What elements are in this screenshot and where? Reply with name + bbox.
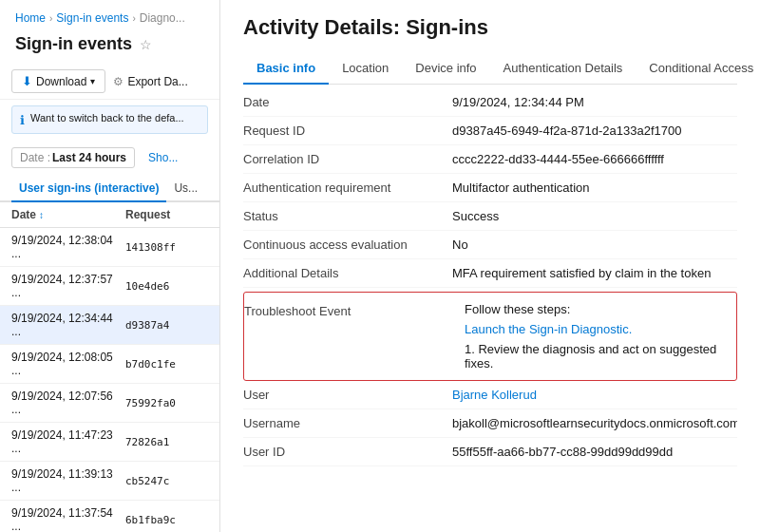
- detail-label: Additional Details: [243, 266, 452, 280]
- panel-title: Activity Details: Sign-ins: [243, 15, 737, 40]
- breadcrumb-current: Diagno...: [140, 11, 185, 25]
- cell-date: 9/19/2024, 12:37:57 ...: [11, 273, 125, 299]
- detail-row: Request IDd9387a45-6949-4f2a-871d-2a133a…: [243, 117, 737, 145]
- table-row[interactable]: 9/19/2024, 11:47:23 ...72826a1: [0, 423, 219, 462]
- export-button[interactable]: ⚙ Export Da...: [113, 75, 187, 88]
- breadcrumb-sep1: ›: [49, 13, 52, 24]
- detail-value: bjakoll@microsoftlearnsecuritydocs.onmic…: [452, 416, 737, 430]
- detail-tab-basic-info[interactable]: Basic info: [243, 53, 329, 85]
- detail-tab-authentication-details[interactable]: Authentication Details: [490, 53, 636, 85]
- table-row[interactable]: 9/19/2024, 12:34:44 ...d9387a4: [0, 306, 219, 345]
- cell-date: 9/19/2024, 12:38:04 ...: [11, 234, 125, 260]
- detail-value: d9387a45-6949-4f2a-871d-2a133a2f1700: [452, 124, 737, 138]
- table-row[interactable]: 9/19/2024, 11:37:54 ...6b1fba9c: [0, 501, 219, 532]
- section-title: Sign-in events: [15, 34, 132, 54]
- col-header-req: Request: [125, 208, 208, 221]
- cell-date: 9/19/2024, 12:34:44 ...: [11, 312, 125, 338]
- cell-date: 9/19/2024, 12:07:56 ...: [11, 390, 125, 416]
- detail-label: Date: [243, 95, 452, 109]
- view-tabs-row: User sign-ins (interactive) Us...: [0, 176, 219, 202]
- detail-row: Continuous access evaluationNo: [243, 231, 737, 259]
- troubleshoot-label: Troubleshoot Event: [244, 293, 453, 330]
- detail-row: Authentication requirementMultifactor au…: [243, 174, 737, 202]
- cell-req: 6b1fba9c: [125, 514, 208, 526]
- troubleshoot-content: Follow these steps: Launch the Sign-in D…: [453, 293, 736, 380]
- cell-req: b7d0c1fe: [125, 358, 208, 370]
- filter-value: Last 24 hours: [52, 151, 126, 164]
- export-label: Export Da...: [127, 75, 187, 88]
- detail-value: 55ff55ff-aa66-bb77-cc88-99dd99dd99dd: [452, 445, 737, 459]
- pin-icon[interactable]: ☆: [140, 37, 152, 52]
- detail-row: User ID55ff55ff-aa66-bb77-cc88-99dd99dd9…: [243, 438, 737, 466]
- detail-tabs: Basic infoLocationDevice infoAuthenticat…: [243, 53, 737, 85]
- cell-req: cb5247c: [125, 475, 208, 487]
- detail-label: User: [243, 388, 452, 402]
- table-header: Date ↕ Request: [0, 202, 219, 228]
- troubleshoot-inner: Troubleshoot Event Follow these steps: L…: [244, 293, 736, 380]
- detail-label: Authentication requirement: [243, 180, 452, 195]
- cell-req: 75992fa0: [125, 397, 208, 409]
- col-header-date: Date ↕: [11, 208, 125, 221]
- info-banner: ℹ Want to switch back to the defa...: [11, 105, 208, 134]
- date-filter-chip[interactable]: Date : Last 24 hours: [11, 147, 135, 168]
- filter-row: Date : Last 24 hours Sho...: [0, 140, 219, 176]
- user-link[interactable]: Bjarne Kollerud: [452, 388, 737, 402]
- tab-interactive[interactable]: User sign-ins (interactive): [11, 176, 166, 202]
- toolbar-row: ⬇ Download ▾ ⚙ Export Da...: [0, 64, 219, 100]
- cell-date: 9/19/2024, 11:47:23 ...: [11, 428, 125, 455]
- cell-req: 72826a1: [125, 436, 208, 448]
- detail-row: Correlation IDcccc2222-dd33-4444-55ee-66…: [243, 145, 737, 174]
- detail-row: Date9/19/2024, 12:34:44 PM: [243, 88, 737, 117]
- section-title-row: Sign-in events ☆: [0, 30, 219, 64]
- detail-label: Username: [243, 416, 452, 430]
- table-row[interactable]: 9/19/2024, 11:39:13 ...cb5247c: [0, 462, 219, 501]
- download-icon: ⬇: [22, 74, 32, 88]
- download-button[interactable]: ⬇ Download ▾: [11, 69, 105, 93]
- table-row[interactable]: 9/19/2024, 12:08:05 ...b7d0c1fe: [0, 345, 219, 384]
- breadcrumb-home[interactable]: Home: [15, 11, 46, 25]
- cell-date: 9/19/2024, 12:08:05 ...: [11, 351, 125, 377]
- cell-date: 9/19/2024, 11:37:54 ...: [11, 506, 125, 532]
- table-row[interactable]: 9/19/2024, 12:38:04 ...141308ff: [0, 228, 219, 267]
- download-chevron-icon: ▾: [90, 76, 95, 86]
- table-row[interactable]: 9/19/2024, 12:37:57 ...10e4de6: [0, 267, 219, 306]
- info-text: Want to switch back to the defa...: [30, 112, 184, 124]
- detail-label: Correlation ID: [243, 152, 452, 166]
- cell-req: d9387a4: [125, 319, 208, 332]
- detail-value: cccc2222-dd33-4444-55ee-666666ffffff: [452, 152, 737, 166]
- show-button[interactable]: Sho...: [142, 148, 183, 167]
- detail-row: StatusSuccess: [243, 202, 737, 231]
- download-label: Download: [36, 75, 86, 88]
- sort-icon[interactable]: ↕: [39, 210, 44, 220]
- detail-label: Status: [243, 209, 452, 223]
- troubleshoot-header: Follow these steps:: [465, 302, 725, 316]
- detail-row: Additional DetailsMFA requirement satisf…: [243, 259, 737, 288]
- right-panel: Activity Details: Sign-ins Basic infoLoc…: [220, 0, 760, 532]
- detail-row: UserBjarne Kollerud: [243, 381, 737, 409]
- gear-icon: ⚙: [113, 75, 124, 88]
- troubleshoot-step: 1. Review the diagnosis and act on sugge…: [465, 342, 725, 370]
- table-row[interactable]: 9/19/2024, 12:07:56 ...75992fa0: [0, 384, 219, 423]
- detail-label: Request ID: [243, 124, 452, 138]
- cell-date: 9/19/2024, 11:39:13 ...: [11, 467, 125, 494]
- cell-req: 10e4de6: [125, 280, 208, 293]
- detail-row: Usernamebjakoll@microsoftlearnsecuritydo…: [243, 409, 737, 438]
- table-body: 9/19/2024, 12:38:04 ...141308ff9/19/2024…: [0, 228, 219, 532]
- detail-content: Date9/19/2024, 12:34:44 PMRequest IDd938…: [243, 85, 737, 532]
- launch-diagnostic-link[interactable]: Launch the Sign-in Diagnostic.: [465, 322, 725, 336]
- detail-value: Multifactor authentication: [452, 180, 737, 195]
- filter-label: Date :: [20, 151, 50, 164]
- detail-tab-location[interactable]: Location: [329, 53, 402, 85]
- detail-value: Success: [452, 209, 737, 223]
- breadcrumb-sep2: ›: [132, 13, 135, 24]
- detail-tab-device-info[interactable]: Device info: [402, 53, 489, 85]
- left-panel: Home › Sign-in events › Diagno... Sign-i…: [0, 0, 220, 532]
- detail-value: 9/19/2024, 12:34:44 PM: [452, 95, 737, 109]
- detail-tab-conditional-access[interactable]: Conditional Access: [636, 53, 760, 85]
- detail-value: MFA requirement satisfied by claim in th…: [452, 266, 737, 280]
- info-icon: ℹ: [20, 113, 25, 127]
- tab-other[interactable]: Us...: [166, 176, 205, 202]
- detail-value: No: [452, 238, 737, 252]
- detail-label: User ID: [243, 445, 452, 459]
- breadcrumb-events[interactable]: Sign-in events: [56, 11, 128, 25]
